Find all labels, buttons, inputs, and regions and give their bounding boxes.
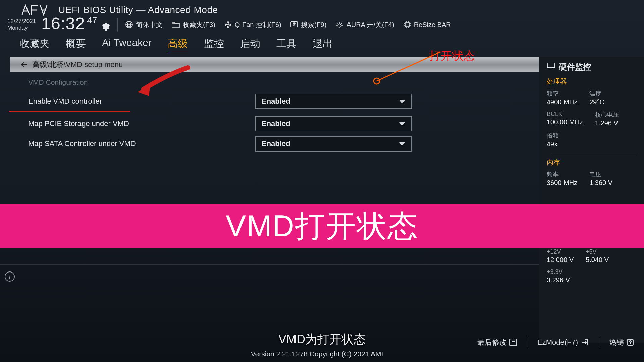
folder-icon (171, 21, 180, 28)
volt-5: +5V5.040 V (586, 248, 609, 264)
footer: 最后修改 EzMode(F7) 热键 ? Version 2.21.1278 C… (0, 337, 644, 362)
setting-dropdown[interactable]: Enabled (255, 136, 412, 152)
fan-icon (224, 21, 232, 29)
setting-label: Enable VMD controller (28, 97, 102, 106)
svg-rect-7 (547, 63, 555, 68)
setting-dropdown[interactable]: Enabled (255, 94, 412, 109)
chevron-down-icon (399, 100, 405, 103)
tab-2[interactable]: Ai Tweaker (102, 37, 152, 52)
tab-7[interactable]: 退出 (313, 37, 333, 52)
brand-logo (20, 3, 48, 17)
svg-point-2 (227, 24, 229, 25)
separator (527, 338, 527, 347)
favorites-tool[interactable]: 收藏夹(F3) (171, 20, 215, 29)
separator (599, 338, 599, 347)
cpu-ratio: 倍频49x (547, 132, 559, 148)
cpu-vcore: 核心电压1.296 V (595, 111, 619, 127)
save-icon (509, 339, 517, 346)
banner-text: VMD打开状态 (226, 206, 418, 247)
exit-icon (581, 339, 589, 346)
gear-icon[interactable] (101, 16, 110, 36)
search-icon: ? (290, 21, 298, 29)
chevron-down-icon (399, 142, 405, 146)
divider (551, 153, 637, 153)
last-modified-button[interactable]: 最后修改 (477, 337, 517, 347)
svg-text:?: ? (293, 22, 295, 27)
annotation-banner: VMD打开状态 (0, 204, 644, 248)
setting-row: Enable VMD controllerEnabled (0, 91, 539, 111)
tab-5[interactable]: 启动 (240, 37, 260, 52)
dropdown-value: Enabled (262, 119, 290, 128)
section-title: VMD Configuration (28, 78, 539, 86)
tab-4[interactable]: 监控 (204, 37, 224, 52)
tab-6[interactable]: 工具 (276, 37, 297, 52)
aura-label: AURA 开/关(F4) (346, 20, 394, 29)
dropdown-value: Enabled (262, 139, 290, 148)
breadcrumb[interactable]: 高级\北桥\VMD setup menu (10, 57, 539, 72)
mem-volt: 电压1.360 V (589, 170, 612, 187)
cpu-freq: 频率4900 MHz (547, 89, 577, 106)
svg-text:?: ? (629, 340, 632, 345)
content-pane: 高级\北桥\VMD setup menu VMD Configuration E… (0, 57, 539, 343)
chip-icon (403, 21, 411, 29)
language-label: 简体中文 (136, 20, 163, 29)
chevron-down-icon (399, 122, 405, 126)
ezmode-button[interactable]: EzMode(F7) (537, 338, 589, 347)
date: 12/27/2021 (7, 18, 36, 24)
clock: 16:3247 (41, 14, 110, 36)
hardware-monitor-panel: 硬件监控 处理器 频率4900 MHz 温度29°C BCLK100.00 MH… (539, 57, 644, 343)
setting-row: Map SATA Controller under VMDEnabled (0, 134, 539, 154)
svg-rect-6 (405, 23, 409, 27)
sidebar-title: 硬件监控 (547, 62, 637, 72)
nav-tabs: 收藏夹概要Ai Tweaker高级监控启动工具退出 (0, 32, 644, 57)
question-key-icon: ? (627, 339, 634, 346)
info-icon: i (5, 272, 15, 282)
aura-tool[interactable]: AURA 开/关(F4) (335, 20, 394, 29)
monitor-icon (547, 62, 555, 72)
language-tool[interactable]: 简体中文 (125, 20, 163, 29)
cpu-heading: 处理器 (547, 77, 637, 86)
date-block: 12/27/2021 Monday (7, 18, 36, 31)
mem-heading: 内存 (547, 158, 637, 167)
cpu-temp: 温度29°C (589, 89, 604, 106)
volt-33: +3.3V3.296 V (547, 268, 570, 284)
cpu-bclk: BCLK100.00 MHz (547, 111, 583, 127)
annotation-underline (9, 111, 130, 112)
separator (117, 18, 118, 32)
breadcrumb-text: 高级\北桥\VMD setup menu (32, 60, 123, 70)
help-area: i (0, 264, 539, 331)
setting-row: Map PCIE Storage under VMDEnabled (0, 114, 539, 134)
tab-0[interactable]: 收藏夹 (19, 37, 50, 52)
setting-label: Map SATA Controller under VMD (28, 139, 136, 148)
hotkey-button[interactable]: 热键 ? (609, 337, 634, 347)
resizebar-label: ReSize BAR (414, 21, 451, 29)
qfan-tool[interactable]: Q-Fan 控制(F6) (224, 20, 281, 29)
setting-label: Map PCIE Storage under VMD (28, 119, 129, 128)
back-icon[interactable] (20, 61, 28, 68)
mem-freq: 频率3600 MHz (547, 170, 577, 187)
aura-icon (335, 21, 344, 28)
volt-12: +12V12.000 V (547, 248, 574, 264)
version-text: Version 2.21.1278 Copyright (C) 2021 AMI (0, 350, 634, 358)
favorites-label: 收藏夹(F3) (183, 20, 215, 29)
qfan-label: Q-Fan 控制(F6) (235, 20, 281, 29)
dropdown-value: Enabled (262, 97, 290, 106)
tab-3[interactable]: 高级 (168, 37, 188, 52)
search-label: 搜索(F9) (301, 20, 327, 29)
weekday: Monday (7, 25, 36, 32)
globe-icon (125, 21, 133, 29)
resizebar-tool[interactable]: ReSize BAR (403, 21, 451, 29)
toolbar: 12/27/2021 Monday 16:3247 简体中文 收藏夹(F3) Q… (0, 17, 644, 32)
search-tool[interactable]: ? 搜索(F9) (290, 20, 327, 29)
setting-dropdown[interactable]: Enabled (255, 116, 412, 131)
svg-point-5 (338, 24, 341, 27)
tab-1[interactable]: 概要 (66, 37, 86, 52)
